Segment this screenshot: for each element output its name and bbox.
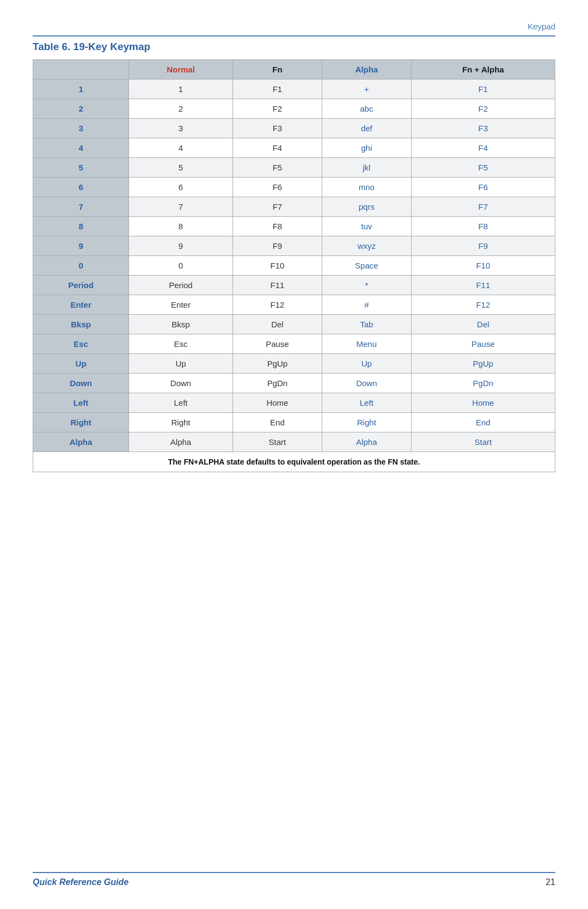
fnalpha-cell: F4	[411, 138, 555, 158]
fn-cell: F2	[232, 99, 322, 119]
table-row: DownDownPgDnDownPgDn	[33, 374, 555, 393]
fnalpha-cell: End	[411, 413, 555, 432]
fn-cell: F7	[232, 197, 322, 217]
table-row: 00F10SpaceF10	[33, 256, 555, 276]
table-row: 55F5jklF5	[33, 158, 555, 178]
alpha-cell: def	[322, 119, 411, 138]
alpha-cell: *	[322, 276, 411, 295]
fn-cell: Start	[232, 432, 322, 452]
normal-cell: Enter	[129, 295, 233, 315]
fnalpha-cell: F2	[411, 99, 555, 119]
table-row: 66F6mnoF6	[33, 178, 555, 197]
key-label-cell: 7	[33, 197, 129, 217]
table-title: Table 6. 19-Key Keymap	[33, 41, 555, 53]
alpha-cell: +	[322, 80, 411, 99]
fn-cell: PgUp	[232, 354, 322, 374]
normal-cell: Bksp	[129, 315, 233, 334]
key-label-cell: 5	[33, 158, 129, 178]
table-row: 22F2abcF2	[33, 99, 555, 119]
page-footer: Quick Reference Guide 21	[33, 872, 555, 887]
fn-cell: F10	[232, 256, 322, 276]
fnalpha-cell: F6	[411, 178, 555, 197]
normal-cell: 4	[129, 138, 233, 158]
key-label-cell: Right	[33, 413, 129, 432]
alpha-cell: mno	[322, 178, 411, 197]
table-row: 44F4ghiF4	[33, 138, 555, 158]
table-row: AlphaAlphaStartAlphaStart	[33, 432, 555, 452]
key-label-cell: 4	[33, 138, 129, 158]
key-label-cell: Period	[33, 276, 129, 295]
fn-cell: F12	[232, 295, 322, 315]
alpha-cell: jkl	[322, 158, 411, 178]
normal-cell: Up	[129, 354, 233, 374]
footer-guide-label: Quick Reference Guide	[33, 877, 128, 887]
key-label-cell: Up	[33, 354, 129, 374]
fn-cell: F1	[232, 80, 322, 99]
col-header-alpha: Alpha	[322, 60, 411, 80]
key-label-cell: Alpha	[33, 432, 129, 452]
alpha-cell: #	[322, 295, 411, 315]
alpha-cell: pqrs	[322, 197, 411, 217]
col-header-normal: Normal	[129, 60, 233, 80]
key-label-cell: Esc	[33, 334, 129, 354]
fnalpha-cell: F8	[411, 217, 555, 236]
table-row: UpUpPgUpUpPgUp	[33, 354, 555, 374]
normal-cell: Left	[129, 393, 233, 413]
fn-cell: F4	[232, 138, 322, 158]
alpha-cell: wxyz	[322, 236, 411, 256]
fn-cell: Del	[232, 315, 322, 334]
normal-cell: Esc	[129, 334, 233, 354]
alpha-cell: Menu	[322, 334, 411, 354]
alpha-cell: Up	[322, 354, 411, 374]
fnalpha-cell: Pause	[411, 334, 555, 354]
normal-cell: 5	[129, 158, 233, 178]
table-row: BkspBkspDelTabDel	[33, 315, 555, 334]
key-label-cell: Down	[33, 374, 129, 393]
key-label-cell: 0	[33, 256, 129, 276]
section-header: Keypad	[33, 22, 555, 36]
fn-cell: F3	[232, 119, 322, 138]
normal-cell: Alpha	[129, 432, 233, 452]
table-row: LeftLeftHomeLeftHome	[33, 393, 555, 413]
key-label-cell: Bksp	[33, 315, 129, 334]
alpha-cell: Space	[322, 256, 411, 276]
normal-cell: 0	[129, 256, 233, 276]
fn-cell: Home	[232, 393, 322, 413]
fnalpha-cell: PgDn	[411, 374, 555, 393]
fn-cell: PgDn	[232, 374, 322, 393]
normal-cell: Down	[129, 374, 233, 393]
fnalpha-cell: F1	[411, 80, 555, 99]
table-row: 88F8tuvF8	[33, 217, 555, 236]
fnalpha-cell: PgUp	[411, 354, 555, 374]
alpha-cell: abc	[322, 99, 411, 119]
normal-cell: Period	[129, 276, 233, 295]
alpha-cell: tuv	[322, 217, 411, 236]
footer-page-number: 21	[546, 877, 555, 887]
col-header-fn: Fn	[232, 60, 322, 80]
page-container: Keypad Table 6. 19-Key Keymap Normal Fn …	[0, 0, 588, 909]
normal-cell: 6	[129, 178, 233, 197]
alpha-cell: ghi	[322, 138, 411, 158]
table-row: 99F9wxyzF9	[33, 236, 555, 256]
normal-cell: 9	[129, 236, 233, 256]
key-label-cell: Enter	[33, 295, 129, 315]
table-header-row: Normal Fn Alpha Fn + Alpha	[33, 60, 555, 80]
fnalpha-cell: Home	[411, 393, 555, 413]
fn-cell: F9	[232, 236, 322, 256]
fn-cell: F11	[232, 276, 322, 295]
fnalpha-cell: F11	[411, 276, 555, 295]
alpha-cell: Tab	[322, 315, 411, 334]
fnalpha-cell: Del	[411, 315, 555, 334]
key-label-cell: 1	[33, 80, 129, 99]
key-label-cell: Left	[33, 393, 129, 413]
table-row: PeriodPeriodF11*F11	[33, 276, 555, 295]
table-row: RightRightEndRightEnd	[33, 413, 555, 432]
key-label-cell: 9	[33, 236, 129, 256]
fn-cell: Pause	[232, 334, 322, 354]
fnalpha-cell: F7	[411, 197, 555, 217]
normal-cell: Right	[129, 413, 233, 432]
fnalpha-cell: F9	[411, 236, 555, 256]
keymap-table: Normal Fn Alpha Fn + Alpha 11F1+F122F2ab…	[33, 59, 555, 472]
table-row: 77F7pqrsF7	[33, 197, 555, 217]
alpha-cell: Down	[322, 374, 411, 393]
